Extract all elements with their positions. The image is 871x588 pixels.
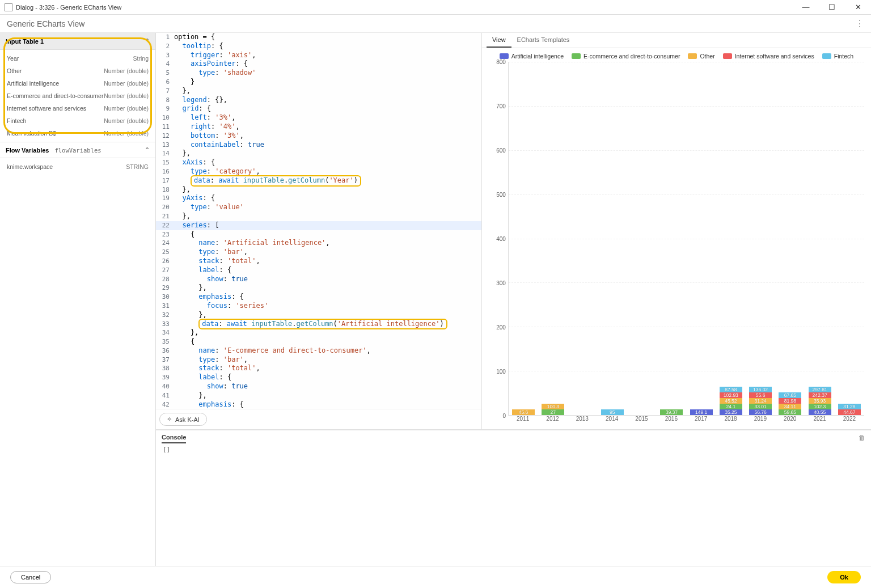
bar-group[interactable]: 59.6534.1181.9867.65: [779, 392, 801, 415]
code-line[interactable]: 39 label: {: [156, 373, 481, 382]
code-line[interactable]: 18 },: [156, 185, 481, 194]
field-row[interactable]: Internet software and servicesNumber (do…: [0, 102, 155, 115]
cancel-button[interactable]: Cancel: [10, 571, 51, 583]
bar-segment[interactable]: 102.3: [809, 404, 831, 409]
bar-segment[interactable]: 297.81: [809, 387, 831, 392]
bar-segment[interactable]: 44.67: [838, 409, 861, 415]
code-line[interactable]: 33 data: await inputTable.getColumn('Art…: [156, 320, 481, 329]
bar-group[interactable]: 44.6731.28: [838, 404, 861, 415]
bar-segment[interactable]: 242.37: [809, 392, 831, 398]
code-line[interactable]: 40 show: true: [156, 382, 481, 391]
close-button[interactable]: ✕: [849, 3, 866, 11]
bar-segment[interactable]: 45.6: [512, 409, 535, 415]
code-line[interactable]: 24 name: 'Artificial intelligence',: [156, 239, 481, 248]
code-line[interactable]: 8 legend: {},: [156, 96, 481, 105]
bar-group[interactable]: 39.37: [660, 409, 683, 415]
bar-segment[interactable]: 102.93: [720, 392, 742, 398]
bar-segment[interactable]: 33.01: [749, 404, 772, 409]
trash-icon[interactable]: 🗑: [859, 434, 865, 443]
code-line[interactable]: 30 emphasis: {: [156, 293, 481, 302]
code-line[interactable]: 26 stack: 'total',: [156, 257, 481, 266]
field-row[interactable]: Mean valuation B$Number (double): [0, 127, 155, 139]
flow-var-row[interactable]: knime.workspaceSTRING: [0, 160, 155, 173]
tab-echarts-templates[interactable]: ECharts Templates: [511, 33, 576, 48]
bar-segment[interactable]: 40.55: [809, 409, 831, 415]
code-line[interactable]: 3 trigger: 'axis',: [156, 51, 481, 60]
bar-segment[interactable]: 56.76: [749, 409, 772, 415]
field-row[interactable]: E-commerce and direct-to-consumerNumber …: [0, 90, 155, 102]
code-line[interactable]: 35 {: [156, 337, 481, 346]
code-line[interactable]: 38 stack: 'total',: [156, 364, 481, 373]
code-line[interactable]: 10 left: '3%',: [156, 113, 481, 122]
bar-group[interactable]: 40.55102.335.93242.37297.81: [809, 387, 831, 415]
bar-segment[interactable]: 149.1: [690, 409, 713, 415]
minimize-button[interactable]: —: [797, 3, 814, 11]
bar-segment[interactable]: 31.28: [838, 404, 861, 409]
bar-segment[interactable]: 27: [542, 409, 564, 415]
code-line[interactable]: 9 grid: {: [156, 104, 481, 113]
field-row[interactable]: YearString: [0, 52, 155, 65]
legend-item[interactable]: Other: [688, 53, 714, 60]
subtitle-menu-icon[interactable]: ⋮: [855, 18, 864, 29]
code-line[interactable]: 5 type: 'shadow': [156, 69, 481, 78]
code-line[interactable]: 13 containLabel: true: [156, 141, 481, 150]
bar-group[interactable]: 149.1: [690, 409, 713, 415]
bar-segment[interactable]: 24.1: [720, 404, 742, 409]
code-line[interactable]: 42 emphasis: {: [156, 400, 481, 409]
code-line[interactable]: 15 xAxis: {: [156, 158, 481, 167]
bar-segment[interactable]: 45.52: [720, 398, 742, 404]
bar-segment[interactable]: 55.6: [749, 392, 772, 398]
bar-segment[interactable]: 95: [601, 409, 624, 415]
bar-segment[interactable]: 59.65: [779, 409, 801, 415]
code-line[interactable]: 28 show: true: [156, 275, 481, 284]
code-line[interactable]: 29 },: [156, 284, 481, 293]
bar-group[interactable]: 95: [601, 409, 624, 415]
bar-group[interactable]: 35.2524.145.52102.9387.58: [720, 387, 742, 415]
maximize-button[interactable]: ☐: [823, 3, 840, 11]
code-line[interactable]: 17 data: await inputTable.getColumn('Yea…: [156, 176, 481, 185]
console-body[interactable]: []: [162, 443, 865, 562]
field-row[interactable]: OtherNumber (double): [0, 65, 155, 77]
bar-segment[interactable]: 67.65: [779, 392, 801, 398]
bar-segment[interactable]: 34.11: [779, 404, 801, 409]
tab-view[interactable]: View: [487, 33, 511, 48]
bar-segment[interactable]: 81.98: [779, 398, 801, 404]
bar-group[interactable]: 56.7633.0131.2455.6136.02: [749, 387, 772, 415]
code-line[interactable]: 22 series: [: [156, 221, 481, 230]
legend-item[interactable]: Artificial intelligence: [500, 53, 564, 60]
code-line[interactable]: 23 {: [156, 230, 481, 239]
code-line[interactable]: 11 right: '4%',: [156, 122, 481, 132]
code-line[interactable]: 12 bottom: '3%',: [156, 132, 481, 141]
legend-item[interactable]: Internet software and services: [723, 53, 814, 60]
code-line[interactable]: 6 }: [156, 78, 481, 87]
code-line[interactable]: 41 },: [156, 391, 481, 400]
code-line[interactable]: 21 },: [156, 212, 481, 221]
code-line[interactable]: 31 focus: 'series': [156, 302, 481, 311]
ask-kai-button[interactable]: ✧ Ask K-AI: [159, 413, 207, 426]
field-row[interactable]: Artificial intelligenceNumber (double): [0, 77, 155, 90]
code-line[interactable]: 25 type: 'bar',: [156, 248, 481, 257]
flow-variables-header[interactable]: Flow Variables flowVariables ⌃: [0, 142, 155, 158]
field-row[interactable]: FintechNumber (double): [0, 115, 155, 127]
code-line[interactable]: 20 type: 'value': [156, 203, 481, 212]
code-line[interactable]: 14 },: [156, 149, 481, 158]
input-table-header[interactable]: Input Table 1 ⌃: [0, 33, 155, 50]
bar-group[interactable]: 27100.3: [542, 404, 564, 415]
legend-item[interactable]: E-commerce and direct-to-consumer: [572, 53, 680, 60]
code-line[interactable]: 34 },: [156, 328, 481, 337]
bar-group[interactable]: 45.6: [512, 409, 535, 415]
code-line[interactable]: 19 yAxis: {: [156, 194, 481, 203]
bar-segment[interactable]: 136.02: [749, 387, 772, 392]
code-editor[interactable]: 1option = {2 tooltip: {3 trigger: 'axis'…: [156, 33, 481, 409]
code-line[interactable]: 27 label: {: [156, 266, 481, 275]
code-line[interactable]: 2 tooltip: {: [156, 42, 481, 51]
bar-segment[interactable]: 39.37: [660, 409, 683, 415]
code-line[interactable]: 1option = {: [156, 33, 481, 42]
code-line[interactable]: 37 type: 'bar',: [156, 356, 481, 365]
bar-segment[interactable]: 35.93: [809, 398, 831, 404]
bar-segment[interactable]: 31.24: [749, 398, 772, 404]
bar-segment[interactable]: 87.58: [720, 387, 742, 392]
legend-item[interactable]: Fintech: [822, 53, 853, 60]
bar-segment[interactable]: 100.3: [542, 404, 564, 409]
code-line[interactable]: 7 },: [156, 87, 481, 96]
